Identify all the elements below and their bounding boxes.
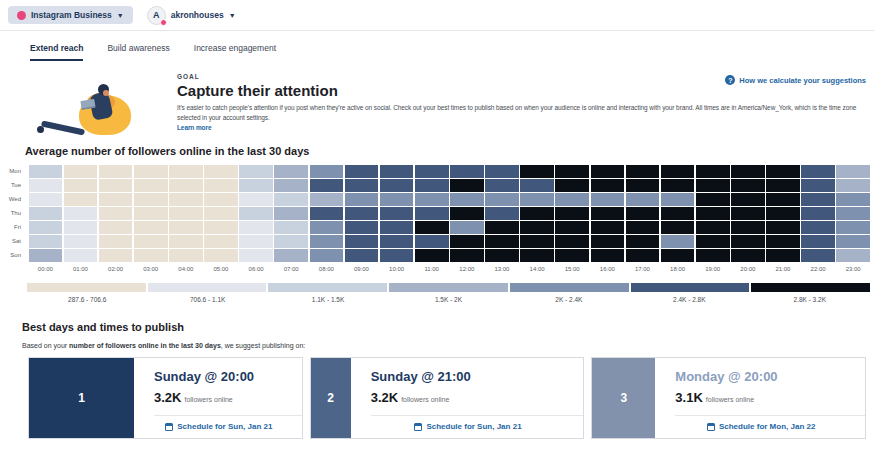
heatmap-cell-Mon-18:00[interactable] [661, 165, 695, 178]
heatmap-cell-Mon-12:00[interactable] [450, 165, 484, 178]
heatmap-cell-Tue-20:00[interactable] [731, 179, 765, 192]
heatmap-cell-Fri-12:00[interactable] [450, 221, 484, 234]
heatmap-cell-Sun-03:00[interactable] [134, 249, 168, 262]
heatmap-cell-Mon-00:00[interactable] [29, 165, 63, 178]
heatmap-cell-Fri-09:00[interactable] [345, 221, 379, 234]
heatmap-cell-Thu-10:00[interactable] [380, 207, 414, 220]
heatmap-cell-Mon-21:00[interactable] [766, 165, 800, 178]
heatmap-cell-Sun-18:00[interactable] [661, 249, 695, 262]
heatmap-cell-Fri-19:00[interactable] [696, 221, 730, 234]
heatmap-cell-Sat-17:00[interactable] [626, 235, 660, 248]
heatmap-cell-Sun-01:00[interactable] [64, 249, 98, 262]
heatmap-cell-Sat-06:00[interactable] [239, 235, 273, 248]
heatmap-cell-Wed-13:00[interactable] [485, 193, 519, 206]
heatmap-cell-Fri-06:00[interactable] [239, 221, 273, 234]
heatmap-cell-Tue-12:00[interactable] [450, 179, 484, 192]
heatmap-cell-Wed-08:00[interactable] [310, 193, 344, 206]
heatmap-cell-Mon-14:00[interactable] [520, 165, 554, 178]
heatmap-cell-Wed-19:00[interactable] [696, 193, 730, 206]
heatmap-cell-Sat-09:00[interactable] [345, 235, 379, 248]
heatmap-cell-Mon-03:00[interactable] [134, 165, 168, 178]
heatmap-cell-Sat-15:00[interactable] [555, 235, 589, 248]
heatmap-cell-Sat-04:00[interactable] [169, 235, 203, 248]
heatmap-cell-Tue-11:00[interactable] [415, 179, 449, 192]
heatmap-cell-Sat-00:00[interactable] [29, 235, 63, 248]
heatmap-cell-Tue-16:00[interactable] [591, 179, 625, 192]
heatmap-cell-Tue-21:00[interactable] [766, 179, 800, 192]
heatmap-cell-Tue-13:00[interactable] [485, 179, 519, 192]
heatmap-cell-Sat-08:00[interactable] [310, 235, 344, 248]
schedule-button-3[interactable]: Schedule for Mon, Jan 22 [675, 415, 865, 438]
heatmap-cell-Fri-07:00[interactable] [274, 221, 308, 234]
heatmap-cell-Sun-08:00[interactable] [310, 249, 344, 262]
heatmap-cell-Fri-03:00[interactable] [134, 221, 168, 234]
heatmap-cell-Mon-09:00[interactable] [345, 165, 379, 178]
heatmap-cell-Mon-07:00[interactable] [274, 165, 308, 178]
heatmap-cell-Fri-04:00[interactable] [169, 221, 203, 234]
schedule-button-2[interactable]: Schedule for Sun, Jan 21 [371, 415, 584, 438]
heatmap-cell-Wed-09:00[interactable] [345, 193, 379, 206]
heatmap-cell-Thu-04:00[interactable] [169, 207, 203, 220]
heatmap-cell-Mon-08:00[interactable] [310, 165, 344, 178]
heatmap-cell-Fri-13:00[interactable] [485, 221, 519, 234]
heatmap-cell-Sun-02:00[interactable] [99, 249, 133, 262]
heatmap-cell-Sun-19:00[interactable] [696, 249, 730, 262]
heatmap-cell-Tue-00:00[interactable] [29, 179, 63, 192]
heatmap-cell-Mon-13:00[interactable] [485, 165, 519, 178]
network-selector[interactable]: Instagram Business ▼ [8, 6, 133, 24]
tab-increase-engagement[interactable]: Increase engagement [194, 43, 276, 61]
heatmap-cell-Sat-12:00[interactable] [450, 235, 484, 248]
heatmap-cell-Fri-10:00[interactable] [380, 221, 414, 234]
heatmap-cell-Mon-11:00[interactable] [415, 165, 449, 178]
heatmap-cell-Wed-01:00[interactable] [64, 193, 98, 206]
heatmap-cell-Mon-23:00[interactable] [836, 165, 870, 178]
heatmap-cell-Sat-22:00[interactable] [801, 235, 835, 248]
heatmap-cell-Sun-10:00[interactable] [380, 249, 414, 262]
heatmap-cell-Mon-20:00[interactable] [731, 165, 765, 178]
heatmap-cell-Sun-11:00[interactable] [415, 249, 449, 262]
heatmap-cell-Wed-06:00[interactable] [239, 193, 273, 206]
heatmap-cell-Sun-23:00[interactable] [836, 249, 870, 262]
heatmap-cell-Thu-00:00[interactable] [29, 207, 63, 220]
heatmap-cell-Sun-21:00[interactable] [766, 249, 800, 262]
heatmap-cell-Tue-15:00[interactable] [555, 179, 589, 192]
heatmap-cell-Sat-19:00[interactable] [696, 235, 730, 248]
heatmap-cell-Mon-10:00[interactable] [380, 165, 414, 178]
heatmap-cell-Wed-10:00[interactable] [380, 193, 414, 206]
heatmap-cell-Thu-11:00[interactable] [415, 207, 449, 220]
heatmap-cell-Thu-21:00[interactable] [766, 207, 800, 220]
heatmap-cell-Mon-22:00[interactable] [801, 165, 835, 178]
heatmap-cell-Sun-22:00[interactable] [801, 249, 835, 262]
heatmap-cell-Thu-18:00[interactable] [661, 207, 695, 220]
heatmap-cell-Mon-04:00[interactable] [169, 165, 203, 178]
heatmap-cell-Tue-07:00[interactable] [274, 179, 308, 192]
heatmap-cell-Fri-00:00[interactable] [29, 221, 63, 234]
heatmap-cell-Sat-01:00[interactable] [64, 235, 98, 248]
heatmap-cell-Tue-08:00[interactable] [310, 179, 344, 192]
heatmap-cell-Mon-02:00[interactable] [99, 165, 133, 178]
heatmap-cell-Thu-08:00[interactable] [310, 207, 344, 220]
heatmap-cell-Thu-01:00[interactable] [64, 207, 98, 220]
heatmap-cell-Wed-05:00[interactable] [204, 193, 238, 206]
heatmap-cell-Sat-11:00[interactable] [415, 235, 449, 248]
heatmap-cell-Sat-23:00[interactable] [836, 235, 870, 248]
heatmap-cell-Sat-05:00[interactable] [204, 235, 238, 248]
heatmap-cell-Wed-16:00[interactable] [591, 193, 625, 206]
heatmap-cell-Mon-06:00[interactable] [239, 165, 273, 178]
heatmap-cell-Mon-15:00[interactable] [555, 165, 589, 178]
account-selector[interactable]: A akronhouses ▼ [147, 6, 236, 25]
heatmap-cell-Sun-12:00[interactable] [450, 249, 484, 262]
heatmap-cell-Tue-18:00[interactable] [661, 179, 695, 192]
heatmap-cell-Sat-07:00[interactable] [274, 235, 308, 248]
heatmap-cell-Fri-20:00[interactable] [731, 221, 765, 234]
heatmap-cell-Sun-17:00[interactable] [626, 249, 660, 262]
heatmap-cell-Tue-17:00[interactable] [626, 179, 660, 192]
heatmap-cell-Sun-15:00[interactable] [555, 249, 589, 262]
heatmap-cell-Fri-23:00[interactable] [836, 221, 870, 234]
how-we-calculate-link[interactable]: ? How we calculate your suggestions [725, 75, 866, 85]
heatmap-cell-Sat-03:00[interactable] [134, 235, 168, 248]
heatmap-cell-Thu-17:00[interactable] [626, 207, 660, 220]
heatmap-cell-Sun-20:00[interactable] [731, 249, 765, 262]
heatmap-cell-Fri-14:00[interactable] [520, 221, 554, 234]
heatmap-cell-Thu-23:00[interactable] [836, 207, 870, 220]
